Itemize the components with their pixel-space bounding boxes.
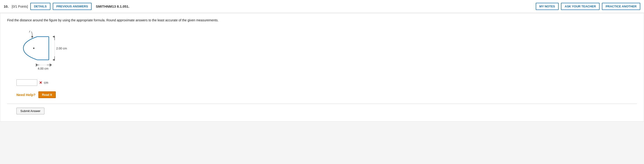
points-label: [0/1 Points] xyxy=(12,5,28,8)
practice-another-button[interactable]: PRACTICE ANOTHER xyxy=(602,3,640,10)
dim2-label: 4.00 cm xyxy=(38,67,48,70)
right-buttons: MY NOTES ASK YOUR TEACHER PRACTICE ANOTH… xyxy=(536,3,640,10)
need-help-text: Need Help? xyxy=(16,93,36,97)
top-bar: 10. [0/1 Points] DETAILS PREVIOUS ANSWER… xyxy=(0,0,644,13)
ask-teacher-button[interactable]: ASK YOUR TEACHER xyxy=(561,3,600,10)
read-it-button[interactable]: Read It xyxy=(38,91,56,98)
previous-answers-button[interactable]: PREVIOUS ANSWERS xyxy=(53,3,92,10)
my-notes-button[interactable]: MY NOTES xyxy=(536,3,559,10)
question-number: 10. xyxy=(4,5,8,8)
answer-input[interactable] xyxy=(16,79,37,86)
svg-point-3 xyxy=(33,48,34,49)
incorrect-icon: ✕ xyxy=(39,80,42,85)
r-label: r xyxy=(29,30,30,33)
figure-container: r 2.00 cm xyxy=(16,27,637,74)
dim1-label: 2.00 cm xyxy=(56,47,67,50)
assignment-code: SMITHNM13 8.1.051. xyxy=(96,5,129,8)
submit-answer-button[interactable]: Submit Answer xyxy=(16,108,44,114)
need-help-row: Need Help? Read It xyxy=(16,91,637,98)
problem-instruction: Find the distance around the figure by u… xyxy=(7,18,637,23)
figure-svg: r 2.00 cm xyxy=(16,27,72,74)
details-button[interactable]: DETAILS xyxy=(30,3,50,10)
content-area: Find the distance around the figure by u… xyxy=(0,13,644,122)
divider xyxy=(7,104,637,104)
answer-row: ✕ cm xyxy=(16,79,637,86)
unit-label: cm xyxy=(44,81,48,85)
